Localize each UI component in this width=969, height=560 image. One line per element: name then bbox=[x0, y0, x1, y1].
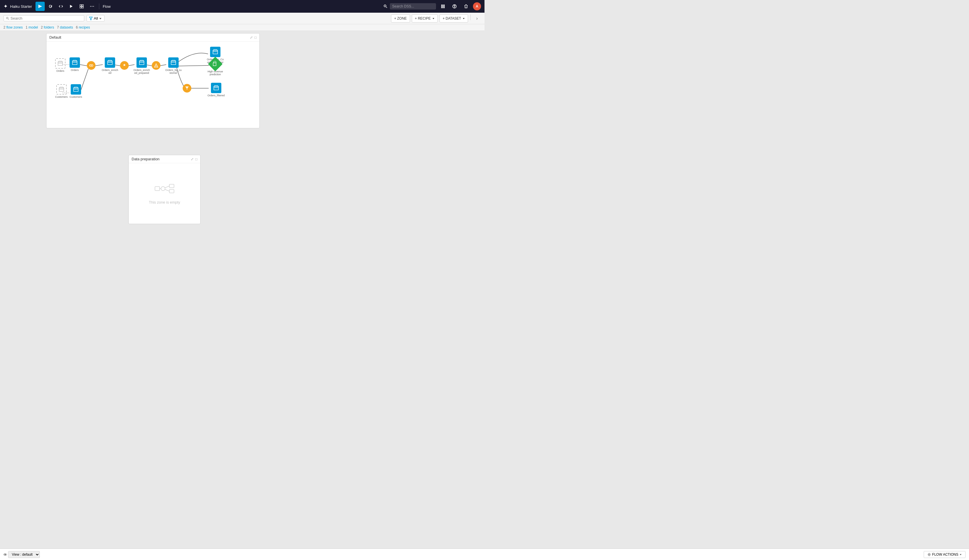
svg-line-50 bbox=[165, 189, 170, 191]
refresh-nav-btn[interactable] bbox=[46, 2, 55, 11]
filter-dropdown[interactable]: All bbox=[87, 15, 105, 22]
svg-marker-42 bbox=[154, 64, 158, 67]
app-name: Haiku Starter bbox=[10, 4, 32, 9]
svg-line-11 bbox=[386, 7, 387, 8]
toolbar: All + ZONE + RECIPE + DATASET › bbox=[0, 13, 484, 24]
flow-zones-link[interactable]: flow zones bbox=[7, 25, 23, 30]
zone-header-controls: ⤢ □ bbox=[250, 35, 256, 40]
svg-rect-45 bbox=[155, 186, 160, 191]
svg-point-9 bbox=[93, 6, 94, 7]
svg-rect-3 bbox=[80, 5, 82, 6]
filter-recipe-node[interactable] bbox=[183, 84, 191, 93]
svg-rect-17 bbox=[444, 6, 445, 7]
svg-point-10 bbox=[384, 5, 386, 7]
run-nav-btn[interactable] bbox=[67, 2, 76, 11]
predict-recipe-node[interactable] bbox=[152, 61, 160, 70]
page-title: Flow bbox=[103, 4, 110, 9]
empty-zone-text: This zone is empty bbox=[149, 200, 180, 204]
collapse-right-btn[interactable]: › bbox=[473, 15, 481, 23]
recipes-count: 6 bbox=[76, 25, 78, 30]
breadcrumb: 2 flow zones 1 model 2 folders 7 dataset… bbox=[0, 24, 484, 31]
svg-rect-14 bbox=[444, 5, 445, 6]
data-prep-zone-header: Data preparation ⤢ □ bbox=[129, 155, 200, 163]
nav-search-input[interactable] bbox=[390, 3, 436, 10]
nav-right-section: A bbox=[383, 2, 481, 11]
svg-point-41 bbox=[91, 65, 93, 66]
svg-marker-27 bbox=[433, 18, 434, 19]
folders-link[interactable]: folders bbox=[44, 25, 54, 30]
expand-data-prep-icon[interactable]: ⤢ bbox=[191, 157, 194, 161]
data-prep-empty-content: This zone is empty bbox=[129, 163, 200, 223]
model-count: 1 bbox=[26, 25, 28, 30]
prepare-recipe-node[interactable] bbox=[120, 61, 129, 70]
avatar[interactable]: A bbox=[473, 2, 481, 10]
apps-nav-btn[interactable] bbox=[438, 2, 448, 11]
svg-rect-6 bbox=[82, 7, 83, 8]
filter-icon bbox=[89, 17, 93, 20]
customers-ghost-node[interactable]: Customers bbox=[55, 84, 68, 98]
toolbar-separator bbox=[470, 15, 471, 20]
join-recipe-node[interactable] bbox=[87, 61, 95, 70]
top-navigation: ✦ Haiku Starter bbox=[0, 0, 484, 13]
default-zone-header: Default ⤢ □ bbox=[47, 33, 260, 42]
flow-nav-btn[interactable] bbox=[35, 2, 45, 11]
default-zone-title: Default bbox=[49, 35, 61, 40]
recipes-link[interactable]: recipes bbox=[79, 25, 90, 30]
flow-canvas[interactable]: Default ⤢ □ bbox=[0, 31, 484, 268]
svg-rect-5 bbox=[80, 7, 82, 8]
orders-by-customer-node[interactable]: Orders_by_customer bbox=[165, 57, 182, 75]
more-nav-btn[interactable] bbox=[87, 2, 97, 11]
svg-rect-44 bbox=[213, 63, 216, 66]
svg-point-46 bbox=[161, 186, 165, 191]
orders-node[interactable]: Orders bbox=[70, 57, 80, 71]
svg-rect-12 bbox=[441, 5, 442, 6]
add-zone-button[interactable]: + ZONE bbox=[391, 15, 410, 23]
empty-flow-graphic bbox=[154, 181, 175, 196]
data-prep-zone-title: Data preparation bbox=[132, 157, 160, 161]
maximize-zone-icon[interactable]: □ bbox=[255, 35, 256, 40]
maximize-data-prep-icon[interactable]: □ bbox=[195, 157, 197, 161]
high-revenue-node[interactable]: High revenue prediction bbox=[206, 59, 224, 76]
datasets-link[interactable]: datasets bbox=[60, 25, 73, 30]
default-zone-content: Orders Orders bbox=[47, 42, 260, 127]
search-nav-icon bbox=[383, 4, 388, 8]
recipe-chevron-icon bbox=[432, 17, 435, 20]
folders-count: 2 bbox=[41, 25, 43, 30]
orders-ghost-node[interactable]: Orders bbox=[55, 58, 65, 72]
svg-marker-25 bbox=[90, 17, 93, 20]
svg-rect-18 bbox=[441, 7, 442, 8]
model-link[interactable]: model bbox=[28, 25, 38, 30]
toolbar-actions: + ZONE + RECIPE + DATASET › bbox=[391, 15, 481, 23]
dataset-chevron-icon bbox=[463, 17, 465, 20]
svg-line-48 bbox=[165, 186, 170, 188]
help-nav-btn[interactable] bbox=[450, 2, 459, 11]
orders-filtered-node[interactable]: Orders_filtered bbox=[208, 83, 225, 97]
code-nav-btn[interactable] bbox=[56, 2, 65, 11]
expand-zone-icon[interactable]: ⤢ bbox=[250, 35, 253, 40]
svg-rect-15 bbox=[441, 6, 442, 7]
svg-point-40 bbox=[90, 65, 91, 66]
nav-separator bbox=[99, 3, 99, 9]
add-recipe-button[interactable]: + RECIPE bbox=[412, 15, 438, 23]
grid-nav-btn[interactable] bbox=[77, 2, 86, 11]
orders-enriched-prepared-node[interactable]: Orders_enriched_prepared bbox=[133, 57, 150, 75]
svg-marker-28 bbox=[463, 18, 465, 19]
app-logo: ✦ bbox=[3, 3, 8, 10]
svg-marker-2 bbox=[70, 5, 73, 8]
svg-rect-4 bbox=[82, 5, 83, 6]
notifications-nav-btn[interactable] bbox=[461, 2, 471, 11]
datasets-count: 7 bbox=[57, 25, 59, 30]
svg-rect-51 bbox=[170, 189, 174, 193]
search-box[interactable] bbox=[3, 15, 84, 22]
search-icon bbox=[6, 17, 9, 20]
svg-rect-49 bbox=[170, 184, 174, 188]
empty-zone-icon bbox=[154, 181, 175, 197]
customers-node[interactable]: Customers bbox=[70, 84, 82, 98]
add-dataset-button[interactable]: + DATASET bbox=[440, 15, 468, 23]
svg-point-7 bbox=[90, 6, 91, 7]
orders-enriched-node[interactable]: Orders_enriched bbox=[101, 57, 118, 75]
search-input[interactable] bbox=[10, 16, 82, 20]
chevron-down-icon bbox=[99, 17, 102, 20]
svg-rect-16 bbox=[442, 6, 443, 7]
svg-point-8 bbox=[92, 6, 93, 7]
